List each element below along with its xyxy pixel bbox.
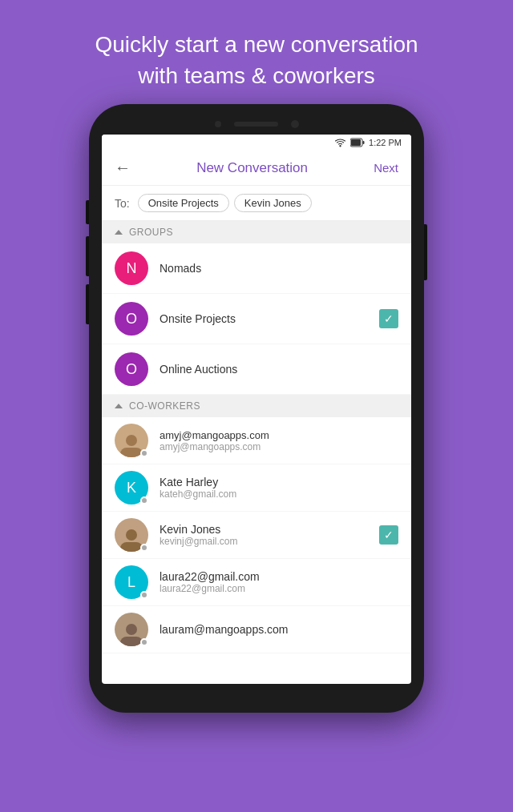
item-info: Online Auctions — [160, 363, 398, 376]
item-name: Onsite Projects — [160, 312, 379, 325]
avatar: O — [115, 302, 148, 336]
avatar: O — [115, 352, 148, 386]
groups-label: GROUPS — [129, 227, 173, 238]
item-name: lauram@mangoapps.com — [160, 623, 398, 636]
item-info: Nomads — [160, 262, 398, 275]
coworkers-label: CO-WORKERS — [129, 400, 200, 412]
list-item[interactable]: O Online Auctions — [102, 344, 411, 395]
item-email: kateh@gmail.com — [160, 488, 398, 500]
list-item[interactable]: amyj@mangoapps.com amyj@mangoapps.com — [102, 417, 411, 464]
svg-rect-3 — [351, 139, 361, 146]
to-label: To: — [115, 197, 130, 210]
online-dot — [140, 496, 148, 504]
item-name: Online Auctions — [160, 363, 398, 376]
wifi-icon — [334, 138, 346, 147]
item-name: amyj@mangoapps.com — [160, 429, 398, 441]
item-info: Kevin Jones kevinj@gmail.com — [160, 523, 379, 547]
app-bar: ← New Conversation Next — [102, 151, 411, 186]
phone-device: 1:22 PM ← New Conversation Next To: Onsi… — [89, 104, 424, 713]
list-item[interactable]: O Onsite Projects ✓ — [102, 294, 411, 344]
online-dot — [140, 638, 148, 646]
item-name: laura22@gmail.com — [160, 570, 398, 583]
item-info: lauram@mangoapps.com — [160, 623, 398, 636]
item-email: kevinj@gmail.com — [160, 536, 379, 547]
list-item[interactable]: N Nomads — [102, 243, 411, 294]
item-info: Kate Harley kateh@gmail.com — [160, 476, 398, 500]
item-email: amyj@mangoapps.com — [160, 441, 398, 452]
list-item[interactable]: Kevin Jones kevinj@gmail.com ✓ — [102, 512, 411, 559]
item-name: Kevin Jones — [160, 523, 379, 536]
coworkers-section-header: CO-WORKERS — [102, 395, 411, 417]
header-title: Quickly start a new conversation — [24, 29, 489, 60]
item-name: Kate Harley — [160, 476, 398, 488]
item-info: laura22@gmail.com laura22@gmail.com — [160, 570, 398, 594]
chevron-up-icon — [115, 230, 123, 235]
header-subtitle: with teams & coworkers — [24, 60, 489, 91]
svg-rect-2 — [363, 141, 365, 144]
to-field: To: Onsite Projects Kevin Jones — [102, 186, 411, 221]
check-icon: ✓ — [379, 309, 398, 328]
item-info: Onsite Projects — [160, 312, 379, 325]
page-background: Quickly start a new conversation with te… — [0, 0, 513, 812]
phone-container: 1:22 PM ← New Conversation Next To: Onsi… — [0, 104, 513, 713]
groups-section-header: GROUPS — [102, 221, 411, 243]
list-item[interactable]: L laura22@gmail.com laura22@gmail.com — [102, 559, 411, 606]
svg-point-0 — [340, 146, 341, 147]
item-email: laura22@gmail.com — [160, 583, 398, 594]
app-bar-title: New Conversation — [196, 160, 308, 176]
status-bar: 1:22 PM — [102, 135, 411, 151]
chip-onsite[interactable]: Onsite Projects — [138, 194, 229, 212]
online-dot — [140, 544, 148, 552]
item-name: Nomads — [160, 262, 398, 275]
next-button[interactable]: Next — [374, 161, 398, 175]
status-time: 1:22 PM — [369, 138, 402, 147]
item-info: amyj@mangoapps.com amyj@mangoapps.com — [160, 429, 398, 452]
list-item[interactable]: K Kate Harley kateh@gmail.com — [102, 464, 411, 512]
phone-screen: 1:22 PM ← New Conversation Next To: Onsi… — [102, 135, 411, 684]
list-item[interactable]: lauram@mangoapps.com — [102, 606, 411, 653]
back-button[interactable]: ← — [115, 159, 131, 177]
chevron-up-icon — [115, 404, 123, 408]
online-dot — [140, 591, 148, 599]
check-icon: ✓ — [379, 525, 398, 545]
chip-kevin[interactable]: Kevin Jones — [234, 194, 312, 212]
header-section: Quickly start a new conversation with te… — [0, 0, 513, 104]
online-dot — [140, 449, 148, 457]
avatar: N — [115, 251, 148, 285]
battery-icon — [350, 138, 365, 147]
